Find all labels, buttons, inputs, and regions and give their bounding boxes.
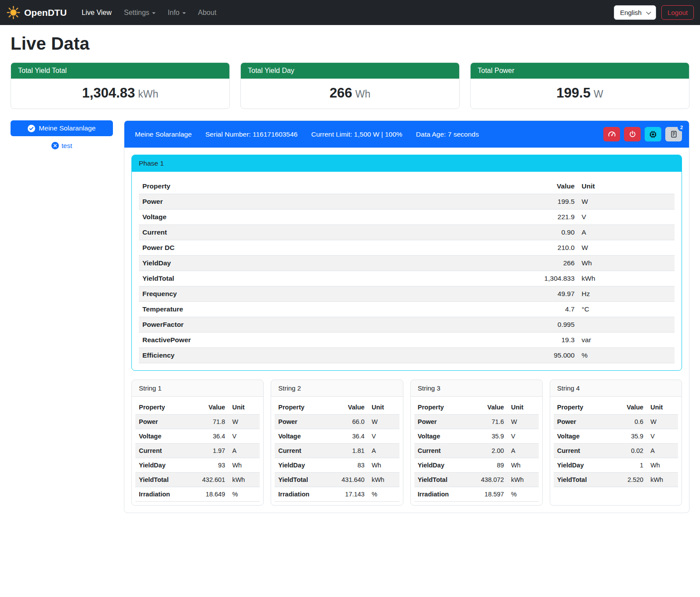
inverter-panel-header: Meine Solaranlage Serial Number: 1161716…: [124, 121, 689, 148]
card-title: Total Power: [471, 63, 689, 79]
table-row: YieldTotal1,304.833kWh: [139, 271, 675, 286]
serial-number: Serial Number: 116171603546: [205, 130, 297, 138]
card-title: Total Yield Total: [11, 63, 229, 79]
strings-row: String 1 Property Value Unit Power71.8WV…: [131, 380, 682, 506]
value-cell: 266: [476, 256, 578, 271]
table-row: Irradiation18.649%: [135, 487, 260, 502]
nav-item-live-view[interactable]: Live View: [76, 5, 117, 20]
table-row: Efficiency95.000%: [139, 348, 675, 363]
value-cell: 2.00: [470, 444, 508, 458]
table-row: Power199.5W: [139, 194, 675, 210]
unit-cell: Wh: [508, 458, 539, 473]
power-button[interactable]: [624, 127, 641, 141]
logout-button[interactable]: Logout: [661, 5, 694, 20]
value-cell: 18.597: [470, 487, 508, 502]
property-cell: ReactivePower: [139, 333, 476, 348]
value-cell: 93: [191, 458, 228, 473]
value-cell: 66.0: [331, 415, 368, 429]
inverter-test-item[interactable]: test: [11, 142, 113, 149]
property-cell: Efficiency: [139, 348, 476, 363]
card-value: 199.5: [556, 85, 591, 101]
unit-cell: Wh: [228, 458, 260, 473]
column-header-unit: Unit: [508, 400, 539, 415]
unit-cell: Hz: [578, 286, 675, 302]
column-header-unit: Unit: [368, 400, 399, 415]
current-limit: Current Limit: 1,500 W | 100%: [311, 130, 402, 138]
string-card: String 2 Property Value Unit Power66.0WV…: [271, 380, 403, 506]
check-circle-icon: [28, 125, 35, 132]
summary-card-total-power: Total Power 199.5W: [470, 62, 689, 109]
property-cell: Voltage: [554, 429, 609, 444]
string-table: Property Value Unit Power71.6WVoltage35.…: [414, 400, 539, 502]
inverter-select-button[interactable]: Meine Solaranlage: [11, 120, 113, 136]
unit-cell: %: [578, 348, 675, 363]
property-cell: Irradiation: [275, 487, 330, 502]
value-cell: 17.143: [331, 487, 368, 502]
table-row: Voltage221.9V: [139, 210, 675, 225]
property-cell: YieldDay: [275, 458, 330, 473]
value-cell: 49.97: [476, 286, 578, 302]
nav-item-about[interactable]: About: [193, 5, 222, 20]
value-cell: 199.5: [476, 194, 578, 210]
property-cell: PowerFactor: [139, 317, 476, 333]
table-row: Irradiation17.143%: [275, 487, 399, 502]
caret-down-icon: [182, 12, 186, 14]
property-cell: YieldTotal: [139, 271, 476, 286]
value-cell: 18.649: [191, 487, 228, 502]
brand-label: OpenDTU: [24, 7, 67, 18]
table-row: Voltage35.9V: [414, 429, 539, 444]
table-header-row: Property Value Unit: [139, 179, 675, 194]
table-row: Current0.02A: [554, 444, 678, 458]
value-cell: 0.6: [609, 415, 647, 429]
card-value: 1,304.83: [82, 85, 135, 101]
property-cell: Current: [139, 225, 476, 240]
unit-cell: kWh: [508, 473, 539, 487]
event-count-badge: 2: [678, 123, 685, 131]
property-cell: Voltage: [135, 429, 191, 444]
table-row: YieldTotal438.072kWh: [414, 473, 539, 487]
unit-cell: W: [508, 415, 539, 429]
table-row: Irradiation18.597%: [414, 487, 539, 502]
value-cell: 1.81: [331, 444, 368, 458]
device-info-button[interactable]: [645, 127, 661, 141]
string-table: Property Value Unit Power71.8WVoltage36.…: [135, 400, 260, 502]
column-header-property: Property: [139, 179, 476, 194]
property-cell: Power: [414, 415, 470, 429]
table-row: Power0.6W: [554, 415, 678, 429]
table-row: Current0.90A: [139, 225, 675, 240]
inverter-actions: 2: [603, 127, 682, 141]
unit-cell: Wh: [368, 458, 399, 473]
nav-item-settings[interactable]: Settings: [119, 5, 161, 20]
table-row: Voltage36.4V: [275, 429, 399, 444]
property-cell: Voltage: [414, 429, 470, 444]
table-row: YieldTotal2.520kWh: [554, 473, 678, 487]
value-cell: 71.8: [191, 415, 228, 429]
inverter-panel: Meine Solaranlage Serial Number: 1161716…: [124, 120, 689, 513]
brand[interactable]: OpenDTU: [6, 5, 67, 20]
value-cell: 4.7: [476, 302, 578, 317]
event-log-button[interactable]: 2: [665, 127, 682, 141]
table-header-row: Property Value Unit: [554, 400, 678, 415]
property-cell: Temperature: [139, 302, 476, 317]
string-card-title: String 2: [271, 380, 403, 397]
navbar-right: English Logout: [614, 5, 694, 20]
property-cell: YieldTotal: [275, 473, 330, 487]
navbar: OpenDTU Live View Settings Info About En…: [0, 0, 700, 25]
nav-item-info[interactable]: Info: [163, 5, 191, 20]
property-cell: YieldDay: [554, 458, 609, 473]
unit-cell: W: [368, 415, 399, 429]
language-select[interactable]: English: [614, 5, 656, 20]
value-cell: 35.9: [609, 429, 647, 444]
data-age: Data Age: 7 seconds: [416, 130, 479, 138]
property-cell: YieldDay: [414, 458, 470, 473]
table-row: Current2.00A: [414, 444, 539, 458]
sun-logo-icon: [6, 5, 21, 20]
limit-settings-button[interactable]: [603, 127, 620, 141]
table-row: YieldTotal431.640kWh: [275, 473, 399, 487]
string-card-title: String 4: [550, 380, 682, 397]
inverter-panel-body: Phase 1 Property Value Unit Power199.5WV…: [124, 148, 689, 513]
caret-down-icon: [152, 12, 156, 14]
table-row: Current1.81A: [275, 444, 399, 458]
value-cell: 95.000: [476, 348, 578, 363]
unit-cell: kWh: [368, 473, 399, 487]
